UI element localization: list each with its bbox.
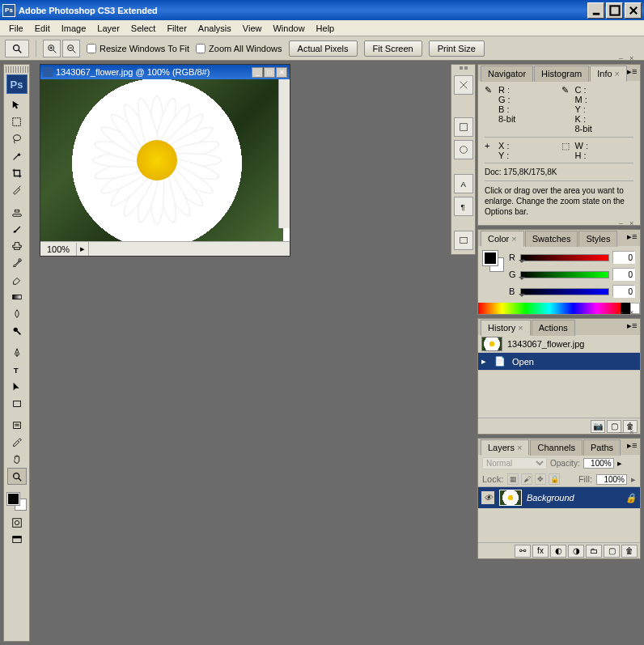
- panel-minimize-icon[interactable]: –: [619, 428, 627, 436]
- blend-mode-select[interactable]: Normal: [482, 457, 547, 469]
- menu-analysis[interactable]: Analysis: [193, 22, 237, 35]
- delete-layer-button[interactable]: 🗑: [621, 545, 638, 558]
- layer-visibility-icon[interactable]: 👁: [481, 491, 494, 504]
- magic-wand-tool[interactable]: [7, 147, 27, 164]
- tab-channels[interactable]: Channels: [530, 439, 582, 456]
- zoom-dropdown-icon[interactable]: ▸: [77, 244, 88, 254]
- panel-close-icon[interactable]: ×: [629, 54, 638, 62]
- zoom-all-checkbox[interactable]: Zoom All Windows: [196, 44, 282, 53]
- layer-style-button[interactable]: fx: [532, 545, 549, 558]
- dock-brushes-icon[interactable]: [454, 75, 473, 95]
- foreground-color[interactable]: [7, 493, 19, 505]
- tab-color[interactable]: Color×: [481, 231, 524, 247]
- current-tool-icon[interactable]: [5, 40, 29, 57]
- history-snapshot[interactable]: 1343067_flower.jpg: [478, 335, 640, 353]
- close-button[interactable]: [625, 2, 642, 19]
- panel-close-icon[interactable]: ×: [629, 219, 638, 227]
- color-swatch[interactable]: [7, 493, 27, 511]
- eraser-tool[interactable]: [7, 271, 27, 288]
- dock-grip[interactable]: [454, 66, 473, 72]
- print-size-button[interactable]: Print Size: [429, 40, 485, 57]
- clone-stamp-tool[interactable]: [7, 237, 27, 254]
- doc-maximize-button[interactable]: □: [264, 67, 275, 78]
- dock-clone-source-icon[interactable]: [454, 117, 473, 137]
- brush-tool[interactable]: [7, 220, 27, 237]
- doc-close-button[interactable]: ✕: [276, 67, 287, 78]
- tab-navigator[interactable]: Navigator: [481, 66, 533, 82]
- panel-menu-icon[interactable]: ▸≡: [627, 66, 638, 78]
- menu-help[interactable]: Help: [311, 22, 341, 35]
- maximize-button[interactable]: [606, 2, 623, 19]
- dodge-tool[interactable]: [7, 322, 27, 339]
- blur-tool[interactable]: [7, 305, 27, 322]
- menu-filter[interactable]: Filter: [161, 22, 192, 35]
- panel-minimize-icon[interactable]: –: [619, 219, 627, 227]
- tab-info[interactable]: Info×: [590, 66, 627, 82]
- fill-input[interactable]: [596, 474, 627, 485]
- new-snapshot-button[interactable]: 📷: [591, 420, 605, 433]
- dock-paragraph-icon[interactable]: ¶: [454, 197, 473, 216]
- menu-select[interactable]: Select: [125, 22, 162, 35]
- tab-history[interactable]: History×: [481, 320, 531, 336]
- panel-menu-icon[interactable]: ▸≡: [627, 231, 638, 243]
- healing-brush-tool[interactable]: [7, 203, 27, 220]
- menu-edit[interactable]: Edit: [29, 22, 56, 35]
- fit-screen-button[interactable]: Fit Screen: [364, 40, 422, 57]
- gradient-tool[interactable]: [7, 288, 27, 305]
- dock-tool-presets-icon[interactable]: [454, 140, 473, 159]
- tab-histogram[interactable]: Histogram: [534, 66, 589, 82]
- link-layers-button[interactable]: ⚯: [515, 545, 531, 558]
- shape-tool[interactable]: [7, 395, 27, 412]
- zoom-out-icon[interactable]: [62, 40, 80, 57]
- menu-layer[interactable]: Layer: [91, 22, 125, 35]
- new-layer-button[interactable]: ▢: [604, 545, 620, 558]
- layer-mask-button[interactable]: ◐: [550, 545, 566, 558]
- tab-layers[interactable]: Layers×: [481, 439, 529, 456]
- layer-background[interactable]: 👁 Background 🔒: [478, 487, 640, 508]
- doc-minimize-button[interactable]: _: [252, 67, 263, 78]
- zoom-in-icon[interactable]: [43, 40, 61, 57]
- panel-close-icon[interactable]: ×: [629, 428, 638, 436]
- r-slider[interactable]: [520, 254, 609, 261]
- lock-transparency-icon[interactable]: ▦: [507, 473, 519, 485]
- document-canvas[interactable]: [40, 79, 290, 241]
- color-spectrum[interactable]: [478, 303, 621, 314]
- menu-file[interactable]: File: [3, 22, 29, 35]
- panel-minimize-icon[interactable]: –: [619, 54, 627, 62]
- fill-dropdown-icon[interactable]: ▸: [631, 474, 636, 485]
- g-slider[interactable]: [520, 271, 609, 278]
- dock-character-icon[interactable]: A: [454, 174, 473, 193]
- tab-swatches[interactable]: Swatches: [525, 231, 578, 247]
- adjustment-layer-button[interactable]: ◑: [568, 545, 584, 558]
- tab-actions[interactable]: Actions: [532, 320, 575, 336]
- quick-mask-tool[interactable]: [7, 514, 27, 531]
- menu-window[interactable]: Window: [267, 22, 310, 35]
- panel-menu-icon[interactable]: ▸≡: [627, 440, 638, 452]
- zoom-tool[interactable]: [7, 468, 27, 485]
- lasso-tool[interactable]: [7, 130, 27, 147]
- slice-tool[interactable]: [7, 181, 27, 198]
- move-tool[interactable]: [7, 96, 27, 113]
- layer-group-button[interactable]: 🗀: [586, 545, 602, 558]
- history-brush-tool[interactable]: [7, 254, 27, 271]
- path-selection-tool[interactable]: [7, 378, 27, 395]
- tab-close-icon[interactable]: ×: [615, 69, 620, 79]
- tab-paths[interactable]: Paths: [583, 439, 621, 456]
- tab-close-icon[interactable]: ×: [517, 443, 522, 452]
- b-slider[interactable]: [520, 288, 609, 295]
- tab-styles[interactable]: Styles: [578, 231, 617, 247]
- toolbox-grip[interactable]: [6, 66, 28, 73]
- type-tool[interactable]: T: [7, 361, 27, 378]
- horizontal-scrollbar[interactable]: [88, 242, 290, 256]
- actual-pixels-button[interactable]: Actual Pixels: [289, 40, 358, 57]
- menu-image[interactable]: Image: [56, 22, 92, 35]
- panel-menu-icon[interactable]: ▸≡: [627, 320, 638, 332]
- g-value-input[interactable]: [612, 268, 635, 281]
- color-picker-swatch[interactable]: [483, 251, 504, 272]
- pen-tool[interactable]: [7, 344, 27, 361]
- hand-tool[interactable]: [7, 451, 27, 468]
- lock-image-icon[interactable]: 🖌: [521, 473, 532, 485]
- opacity-input[interactable]: [583, 458, 614, 469]
- r-value-input[interactable]: [612, 251, 635, 264]
- tab-close-icon[interactable]: ×: [511, 234, 516, 244]
